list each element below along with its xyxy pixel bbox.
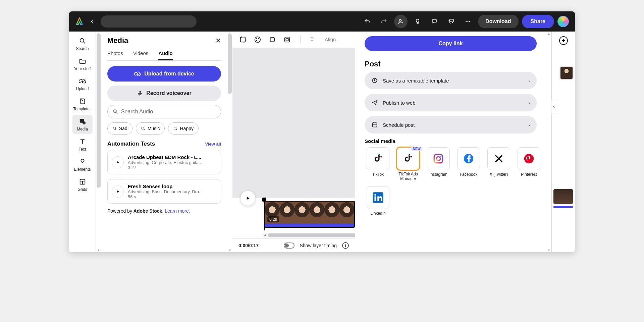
- play-button[interactable]: [240, 191, 255, 206]
- svg-rect-20: [286, 38, 288, 41]
- mask-icon[interactable]: [283, 36, 291, 43]
- right-gutter: +: [551, 32, 575, 252]
- rail-your-stuff[interactable]: Your stuff: [72, 54, 93, 74]
- rail-scrollbar[interactable]: ▴▾: [96, 32, 101, 252]
- chip-music[interactable]: Music: [136, 122, 165, 135]
- chip-happy[interactable]: Happy: [168, 122, 198, 135]
- sheet-scrollbar[interactable]: ▴▾: [546, 32, 551, 252]
- page-thumbnail[interactable]: [553, 189, 573, 204]
- video-clip[interactable]: 6.2s: [264, 201, 355, 228]
- redo-button[interactable]: [377, 15, 391, 28]
- social-x[interactable]: X (Twitter): [485, 147, 512, 181]
- panel-scrollbar[interactable]: ▴▾: [227, 32, 232, 252]
- chip-sad[interactable]: Sad: [107, 122, 132, 135]
- search-chips: Sad Music Happy: [107, 122, 221, 135]
- social-pinterest[interactable]: Pinterest: [516, 147, 542, 181]
- social-linkedin[interactable]: LinkedIn: [365, 186, 391, 216]
- linkedin-icon: [367, 186, 389, 209]
- section-title: Automation Tests: [107, 141, 155, 147]
- svg-point-14: [255, 37, 261, 42]
- row-label: Publish to web: [383, 100, 416, 106]
- more-icon[interactable]: [461, 15, 475, 28]
- audio-track[interactable]: Arcade Upbeat EDM Rock - L... Advertisin…: [107, 150, 221, 174]
- svg-point-24: [436, 157, 440, 160]
- post-heading: Post: [365, 60, 537, 68]
- add-page-button[interactable]: +: [559, 36, 568, 45]
- media-panel: Media ✕ Photos Videos Audio Upload from …: [101, 32, 227, 252]
- social-tiktok[interactable]: TikTok: [365, 147, 391, 181]
- schedule-post-button[interactable]: Schedule post ›: [365, 116, 537, 133]
- play-icon[interactable]: [112, 185, 124, 198]
- record-voiceover-button[interactable]: Record voiceover: [107, 86, 221, 101]
- social-instagram[interactable]: Instagram: [425, 147, 452, 181]
- user-avatar[interactable]: [557, 16, 569, 27]
- timeline-scrollbar[interactable]: ◂: [263, 233, 355, 237]
- copy-link-button[interactable]: Copy link: [365, 36, 537, 51]
- undo-button[interactable]: [361, 15, 374, 28]
- clip-duration-badge: 6.2s: [267, 216, 279, 222]
- comments-icon[interactable]: [444, 15, 458, 28]
- layer-timing-toggle[interactable]: [284, 243, 294, 249]
- rail-media[interactable]: Media: [72, 115, 93, 134]
- rail-elements[interactable]: Elements: [72, 155, 93, 174]
- align-icon[interactable]: [310, 36, 317, 43]
- comment-icon[interactable]: [428, 15, 441, 28]
- title-input[interactable]: [101, 15, 197, 28]
- track-title: Fresh Senses loop: [128, 183, 217, 189]
- rail-label: Search: [76, 46, 89, 51]
- svg-rect-18: [270, 37, 275, 42]
- upload-button[interactable]: Upload from device: [107, 66, 221, 82]
- play-icon[interactable]: [112, 156, 124, 168]
- timeline[interactable]: 6.2s ◂: [232, 198, 355, 238]
- folder-icon: [78, 57, 87, 65]
- invite-button[interactable]: [394, 15, 408, 28]
- tab-photos[interactable]: Photos: [107, 48, 123, 60]
- social-tiktok-ads[interactable]: NEW TikTok Ads Manager: [395, 147, 422, 181]
- learn-more-link[interactable]: Learn more.: [165, 208, 190, 214]
- svg-point-17: [256, 40, 257, 41]
- svg-point-2: [468, 21, 469, 22]
- save-remixable-button[interactable]: Save as a remixable template ›: [365, 72, 537, 89]
- text-icon: [78, 138, 87, 146]
- align-label: Align: [325, 37, 336, 42]
- svg-point-15: [256, 38, 257, 39]
- rail-text[interactable]: Text: [72, 135, 93, 154]
- share-button[interactable]: Share: [522, 15, 554, 28]
- tab-videos[interactable]: Videos: [133, 48, 149, 60]
- rail-search[interactable]: Search: [72, 34, 93, 54]
- color-icon[interactable]: [254, 36, 261, 43]
- svg-point-16: [258, 38, 259, 39]
- audio-track[interactable]: Fresh Senses loop Advertising, Bass, Doc…: [107, 179, 221, 204]
- rail-templates[interactable]: Templates: [72, 95, 93, 114]
- search-input[interactable]: Search Audio: [107, 105, 221, 118]
- search-icon: [78, 37, 87, 45]
- view-all-link[interactable]: View all: [205, 142, 221, 147]
- elements-icon: [78, 158, 87, 166]
- publish-web-button[interactable]: Publish to web ›: [365, 94, 537, 111]
- upload-label: Upload from device: [144, 71, 194, 77]
- rail-label: Templates: [73, 107, 92, 111]
- rect-icon[interactable]: [269, 36, 276, 43]
- page-thumbnail[interactable]: [560, 66, 573, 79]
- svg-point-9: [113, 110, 116, 113]
- tiktok-icon: [367, 147, 389, 170]
- social-label: Instagram: [429, 172, 447, 177]
- collapse-button[interactable]: [551, 100, 557, 113]
- crop-icon[interactable]: [239, 36, 247, 43]
- download-button[interactable]: Download: [478, 15, 518, 28]
- lightbulb-icon[interactable]: [411, 15, 424, 28]
- canvas-toolbar: Align: [232, 32, 355, 48]
- social-facebook[interactable]: Facebook: [455, 147, 482, 181]
- back-button[interactable]: [87, 16, 97, 26]
- chevron-right-icon: ›: [528, 100, 530, 106]
- info-icon[interactable]: i: [342, 242, 349, 249]
- rail-upload[interactable]: Upload: [72, 74, 93, 94]
- rail-grids[interactable]: Grids: [72, 175, 93, 195]
- social-label: X (Twitter): [490, 172, 508, 177]
- svg-point-3: [469, 21, 470, 22]
- canvas[interactable]: [232, 48, 355, 198]
- close-icon[interactable]: ✕: [215, 37, 221, 45]
- tab-audio[interactable]: Audio: [158, 48, 173, 60]
- media-icon: [78, 117, 87, 125]
- upload-icon: [78, 77, 87, 85]
